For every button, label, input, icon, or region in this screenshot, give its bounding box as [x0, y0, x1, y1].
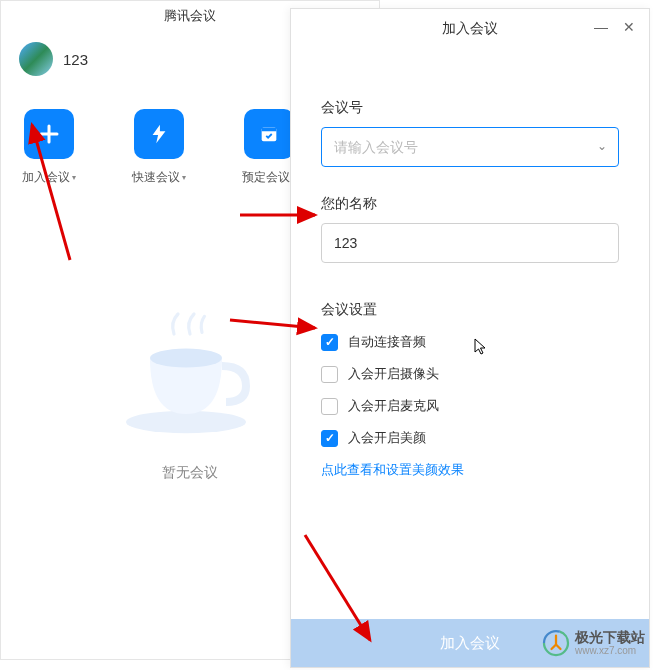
join-button[interactable]: 加入会议: [291, 619, 649, 667]
checkbox-icon: [321, 334, 338, 351]
calendar-icon: [244, 109, 294, 159]
name-label: 您的名称: [321, 195, 619, 213]
join-dialog: 加入会议 — ✕ 会议号 ⌄ 您的名称 会议设置 自动连接音频 入会开启摄像头 …: [290, 8, 650, 668]
cup-illustration: [110, 286, 270, 446]
name-input[interactable]: [321, 223, 619, 263]
meeting-id-input[interactable]: [321, 127, 619, 167]
action-label: 快速会议: [132, 169, 180, 186]
plus-icon: [24, 109, 74, 159]
join-meeting-action[interactable]: 加入会议▾: [19, 109, 79, 186]
name-input-wrap: [321, 223, 619, 263]
option-camera[interactable]: 入会开启摄像头: [321, 365, 619, 383]
dialog-minimize-button[interactable]: —: [589, 17, 613, 37]
settings-label: 会议设置: [321, 301, 619, 319]
option-label: 入会开启麦克风: [348, 397, 439, 415]
username: 123: [63, 51, 293, 68]
svg-rect-5: [262, 128, 277, 132]
empty-text: 暂无会议: [162, 464, 218, 482]
option-label: 入会开启摄像头: [348, 365, 439, 383]
quick-meeting-action[interactable]: 快速会议▾: [129, 109, 189, 186]
option-beauty[interactable]: 入会开启美颜: [321, 429, 619, 447]
option-auto-audio[interactable]: 自动连接音频: [321, 333, 619, 351]
meeting-id-input-wrap: ⌄: [321, 127, 619, 167]
main-title: 腾讯会议: [164, 7, 216, 25]
flash-icon: [134, 109, 184, 159]
checkbox-icon: [321, 398, 338, 415]
dialog-title: 加入会议: [442, 20, 498, 38]
meeting-id-label: 会议号: [321, 99, 619, 117]
dialog-close-button[interactable]: ✕: [617, 17, 641, 37]
action-label: 预定会议: [242, 169, 290, 186]
checkbox-icon: [321, 366, 338, 383]
svg-point-6: [126, 411, 246, 433]
dialog-body: 会议号 ⌄ 您的名称 会议设置 自动连接音频 入会开启摄像头 入会开启麦克风 入…: [291, 49, 649, 479]
checkbox-icon: [321, 430, 338, 447]
dialog-titlebar: 加入会议 — ✕: [291, 9, 649, 49]
action-label: 加入会议: [22, 169, 70, 186]
option-label: 自动连接音频: [348, 333, 426, 351]
option-microphone[interactable]: 入会开启麦克风: [321, 397, 619, 415]
chevron-down-icon: ▾: [182, 173, 186, 182]
svg-point-7: [150, 348, 222, 367]
option-label: 入会开启美颜: [348, 429, 426, 447]
chevron-down-icon: ▾: [72, 173, 76, 182]
beauty-settings-link[interactable]: 点此查看和设置美颜效果: [321, 461, 619, 479]
avatar[interactable]: [19, 42, 53, 76]
